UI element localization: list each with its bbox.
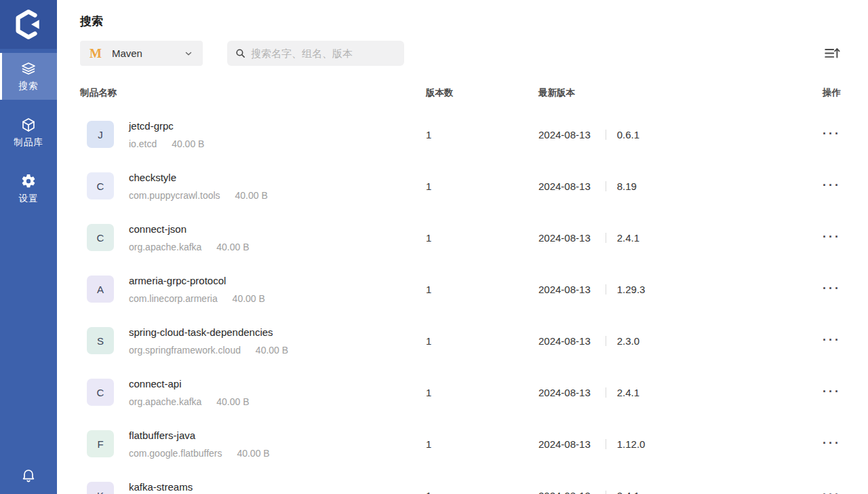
sidebar-item-search[interactable]: 搜索 — [0, 53, 57, 100]
table-row[interactable]: J jetcd-grpc io.etcd 40.00 B 1 2024-08-1… — [80, 109, 841, 160]
version-divider — [606, 387, 606, 398]
artifact-group: com.google.flatbuffers — [129, 448, 222, 459]
gear-icon — [20, 173, 37, 189]
table-row[interactable]: C connect-api org.apache.kafka 40.00 B 1… — [80, 366, 841, 418]
more-actions-button[interactable]: ··· — [823, 335, 841, 345]
latest-version-cell: 2024-08-13 8.19 — [538, 180, 803, 192]
artifact-subline: com.puppycrawl.tools 40.00 B — [129, 190, 268, 201]
search-input[interactable] — [251, 48, 393, 59]
latest-version: 2.4.1 — [617, 387, 639, 398]
actions-cell: ··· — [803, 128, 841, 140]
version-count: 1 — [426, 129, 538, 140]
table-row[interactable]: F flatbuffers-java com.google.flatbuffer… — [80, 418, 841, 470]
sidebar-item-settings[interactable]: 设置 — [0, 166, 57, 212]
version-count: 1 — [426, 490, 538, 494]
artifact-name[interactable]: checkstyle — [129, 172, 268, 184]
artifact-name[interactable]: jetcd-grpc — [129, 120, 204, 132]
artifact-group: com.linecorp.armeria — [129, 293, 218, 304]
sidebar-item-label: 搜索 — [19, 80, 39, 92]
artifact-group: io.etcd — [129, 138, 157, 149]
artifact-name[interactable]: flatbuffers-java — [129, 430, 270, 442]
side-nav: 搜索 制品库 设置 — [0, 53, 57, 212]
latest-version: 2.4.1 — [617, 490, 639, 494]
hexagon-c-logo-icon — [14, 10, 43, 39]
version-divider — [606, 439, 606, 449]
toolbar: M Maven — [80, 41, 841, 66]
sort-list-button[interactable] — [823, 45, 841, 62]
artifact-size: 40.00 B — [172, 138, 204, 149]
actions-cell: ··· — [803, 283, 841, 295]
artifact-name-cell: C checkstyle com.puppycrawl.tools 40.00 … — [80, 172, 426, 201]
latest-version-cell: 2024-08-13 2.3.0 — [538, 335, 803, 347]
artifact-name-cell: A armeria-grpc-protocol com.linecorp.arm… — [80, 275, 426, 304]
version-divider — [606, 181, 606, 191]
main-content: 搜索 M Maven — [57, 0, 868, 494]
artifact-text: checkstyle com.puppycrawl.tools 40.00 B — [129, 172, 268, 201]
table-row[interactable]: S spring-cloud-task-dependencies org.spr… — [80, 315, 841, 366]
latest-date: 2024-08-13 — [538, 180, 591, 192]
artifact-text: spring-cloud-task-dependencies org.sprin… — [129, 326, 288, 356]
artifact-size: 40.00 B — [216, 396, 249, 407]
artifact-name[interactable]: connect-json — [129, 223, 250, 235]
app-logo[interactable] — [0, 0, 57, 49]
artifact-group: com.puppycrawl.tools — [129, 190, 220, 201]
artifact-size: 40.00 B — [216, 242, 249, 252]
version-count: 1 — [426, 180, 538, 192]
actions-cell: ··· — [803, 180, 841, 192]
artifact-subline: org.apache.kafka 40.00 B — [129, 396, 250, 407]
artifact-text: flatbuffers-java com.google.flatbuffers … — [129, 430, 270, 459]
sidebar: 搜索 制品库 设置 — [0, 0, 57, 494]
latest-version-cell: 2024-08-13 2.4.1 — [538, 387, 803, 398]
actions-cell: ··· — [803, 335, 841, 347]
version-divider — [606, 130, 606, 140]
actions-cell: ··· — [803, 489, 841, 494]
more-actions-button[interactable]: ··· — [823, 232, 841, 242]
version-divider — [606, 491, 606, 494]
latest-version: 8.19 — [617, 180, 637, 192]
artifact-subline: com.google.flatbuffers 40.00 B — [129, 448, 270, 459]
search-icon — [235, 48, 246, 59]
artifact-subline: io.etcd 40.00 B — [129, 138, 204, 149]
notifications-button[interactable] — [0, 467, 57, 483]
latest-version-cell: 2024-08-13 1.12.0 — [538, 438, 803, 450]
version-divider — [606, 233, 606, 243]
more-actions-button[interactable]: ··· — [823, 180, 841, 190]
table-row[interactable]: K kafka-streams org.apache.kafka 40.00 B… — [80, 470, 841, 494]
artifact-size: 40.00 B — [237, 448, 269, 459]
artifact-avatar: C — [87, 379, 114, 406]
sidebar-item-artifact-repo[interactable]: 制品库 — [0, 109, 57, 156]
version-count: 1 — [426, 438, 538, 450]
actions-cell: ··· — [803, 386, 841, 398]
more-actions-button[interactable]: ··· — [823, 438, 841, 448]
latest-date: 2024-08-13 — [538, 387, 591, 398]
table-row[interactable]: C checkstyle com.puppycrawl.tools 40.00 … — [80, 160, 841, 212]
artifact-group: org.springframework.cloud — [129, 345, 241, 356]
page-title: 搜索 — [80, 15, 841, 28]
more-actions-button[interactable]: ··· — [823, 387, 841, 396]
latest-date: 2024-08-13 — [538, 438, 591, 450]
repo-type-select[interactable]: M Maven — [80, 41, 203, 66]
latest-version: 1.29.3 — [617, 284, 646, 295]
latest-version: 0.6.1 — [617, 129, 639, 140]
artifact-name[interactable]: spring-cloud-task-dependencies — [129, 326, 288, 339]
bell-icon — [20, 467, 37, 483]
table-row[interactable]: C connect-json org.apache.kafka 40.00 B … — [80, 212, 841, 263]
table-row[interactable]: A armeria-grpc-protocol com.linecorp.arm… — [80, 263, 841, 315]
artifact-name[interactable]: connect-api — [129, 378, 250, 390]
artifact-size: 40.00 B — [233, 293, 265, 304]
artifact-name-cell: C connect-json org.apache.kafka 40.00 B — [80, 223, 426, 252]
latest-date: 2024-08-13 — [538, 335, 591, 347]
artifact-text: connect-api org.apache.kafka 40.00 B — [129, 378, 250, 407]
artifact-subline: org.springframework.cloud 40.00 B — [129, 345, 288, 356]
more-actions-button[interactable]: ··· — [823, 284, 841, 293]
cube-icon — [20, 117, 37, 133]
artifact-name[interactable]: armeria-grpc-protocol — [129, 275, 265, 287]
version-count: 1 — [426, 335, 538, 347]
repo-type-value: Maven — [112, 48, 142, 59]
artifact-name[interactable]: kafka-streams — [129, 481, 250, 493]
sidebar-item-label: 设置 — [19, 193, 39, 205]
more-actions-button[interactable]: ··· — [823, 129, 841, 138]
layers-icon — [20, 60, 37, 77]
more-actions-button[interactable]: ··· — [823, 490, 841, 494]
artifact-size: 40.00 B — [256, 345, 288, 356]
